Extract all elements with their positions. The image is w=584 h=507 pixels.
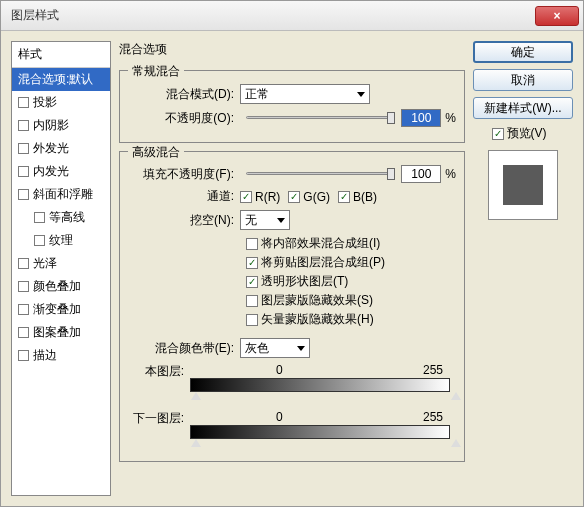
knockout-label: 挖空(N): <box>128 212 240 229</box>
this-white-value: 255 <box>423 363 443 377</box>
checkbox-icon <box>246 314 258 326</box>
checkbox-icon[interactable] <box>34 235 45 246</box>
checkbox-icon[interactable] <box>18 304 29 315</box>
styles-header: 样式 <box>12 42 110 68</box>
fill-opacity-slider[interactable] <box>246 165 395 183</box>
legend-advanced: 高级混合 <box>128 144 184 161</box>
channel-b[interactable]: ✓B(B) <box>338 190 377 204</box>
opt-layer-mask-hide[interactable]: 图层蒙版隐藏效果(S) <box>246 292 456 309</box>
style-pattern-overlay[interactable]: 图案叠加 <box>12 321 110 344</box>
this-layer-gradient[interactable] <box>190 378 450 392</box>
blend-if-label: 混合颜色带(E): <box>128 340 240 357</box>
checkbox-checked-icon: ✓ <box>240 191 252 203</box>
opt-interior-effects[interactable]: 将内部效果混合成组(I) <box>246 235 456 252</box>
cancel-button[interactable]: 取消 <box>473 69 573 91</box>
style-inner-glow[interactable]: 内发光 <box>12 160 110 183</box>
style-stroke[interactable]: 描边 <box>12 344 110 367</box>
titlebar: 图层样式 × <box>1 1 583 31</box>
checkbox-checked-icon: ✓ <box>246 276 258 288</box>
under-white-value: 255 <box>423 410 443 424</box>
styles-panel: 样式 混合选项:默认 投影 内阴影 外发光 内发光 斜面和浮雕 等高线 纹理 光… <box>11 41 111 496</box>
preview-box <box>488 150 558 220</box>
opacity-label: 不透明度(O): <box>128 110 240 127</box>
channel-label: 通道: <box>128 188 240 205</box>
window-title: 图层样式 <box>11 7 535 24</box>
preview-swatch <box>503 165 543 205</box>
legend-normal: 常规混合 <box>128 63 184 80</box>
preview-toggle[interactable]: ✓预览(V) <box>492 125 547 142</box>
fill-opacity-label: 填充不透明度(F): <box>128 166 240 183</box>
main-panel: 混合选项 常规混合 混合模式(D): 正常 不透明度(O): 100 % 高级混 <box>119 41 465 496</box>
fieldset-advanced-blend: 高级混合 填充不透明度(F): 100 % 通道: ✓R(R) ✓G(G) ✓B… <box>119 151 465 462</box>
checkbox-icon[interactable] <box>34 212 45 223</box>
blend-if-select[interactable]: 灰色 <box>240 338 310 358</box>
style-inner-shadow[interactable]: 内阴影 <box>12 114 110 137</box>
opacity-slider[interactable] <box>246 109 395 127</box>
style-gradient-overlay[interactable]: 渐变叠加 <box>12 298 110 321</box>
style-drop-shadow[interactable]: 投影 <box>12 91 110 114</box>
checkbox-icon[interactable] <box>18 143 29 154</box>
slider-thumb-icon[interactable] <box>191 439 201 447</box>
underlying-layer-markers[interactable] <box>196 439 456 451</box>
slider-thumb-icon[interactable] <box>451 439 461 447</box>
style-contour[interactable]: 等高线 <box>12 206 110 229</box>
style-outer-glow[interactable]: 外发光 <box>12 137 110 160</box>
style-blending-options[interactable]: 混合选项:默认 <box>12 68 110 91</box>
this-layer-markers[interactable] <box>196 392 456 404</box>
checkbox-checked-icon: ✓ <box>492 128 504 140</box>
checkbox-icon[interactable] <box>18 97 29 108</box>
slider-thumb-icon[interactable] <box>451 392 461 400</box>
opt-vector-mask-hide[interactable]: 矢量蒙版隐藏效果(H) <box>246 311 456 328</box>
under-black-value: 0 <box>276 410 283 424</box>
checkbox-checked-icon: ✓ <box>338 191 350 203</box>
channel-g[interactable]: ✓G(G) <box>288 190 330 204</box>
checkbox-icon[interactable] <box>18 281 29 292</box>
new-style-button[interactable]: 新建样式(W)... <box>473 97 573 119</box>
fill-opacity-value[interactable]: 100 <box>401 165 441 183</box>
checkbox-checked-icon: ✓ <box>288 191 300 203</box>
ok-button[interactable]: 确定 <box>473 41 573 63</box>
opt-transparency-shapes[interactable]: ✓透明形状图层(T) <box>246 273 456 290</box>
checkbox-icon <box>246 238 258 250</box>
this-black-value: 0 <box>276 363 283 377</box>
slider-thumb-icon[interactable] <box>191 392 201 400</box>
blending-options-title: 混合选项 <box>119 42 167 56</box>
style-bevel[interactable]: 斜面和浮雕 <box>12 183 110 206</box>
checkbox-icon[interactable] <box>18 350 29 361</box>
style-color-overlay[interactable]: 颜色叠加 <box>12 275 110 298</box>
opacity-value[interactable]: 100 <box>401 109 441 127</box>
close-button[interactable]: × <box>535 6 579 26</box>
underlying-layer-gradient[interactable] <box>190 425 450 439</box>
checkbox-icon[interactable] <box>18 120 29 131</box>
underlying-layer-label: 下一图层: <box>128 410 190 427</box>
chevron-down-icon <box>297 346 305 351</box>
chevron-down-icon <box>357 92 365 97</box>
pct-label: % <box>445 167 456 181</box>
checkbox-icon[interactable] <box>18 166 29 177</box>
pct-label: % <box>445 111 456 125</box>
checkbox-checked-icon: ✓ <box>246 257 258 269</box>
blend-mode-label: 混合模式(D): <box>128 86 240 103</box>
blend-mode-select[interactable]: 正常 <box>240 84 370 104</box>
opt-clipped-layers[interactable]: ✓将剪贴图层混合成组(P) <box>246 254 456 271</box>
style-satin[interactable]: 光泽 <box>12 252 110 275</box>
checkbox-icon[interactable] <box>18 189 29 200</box>
style-texture[interactable]: 纹理 <box>12 229 110 252</box>
checkbox-icon[interactable] <box>18 258 29 269</box>
fieldset-normal-blend: 常规混合 混合模式(D): 正常 不透明度(O): 100 % <box>119 70 465 143</box>
channel-r[interactable]: ✓R(R) <box>240 190 280 204</box>
knockout-select[interactable]: 无 <box>240 210 290 230</box>
checkbox-icon <box>246 295 258 307</box>
right-panel: 确定 取消 新建样式(W)... ✓预览(V) <box>473 41 573 496</box>
this-layer-label: 本图层: <box>128 363 190 380</box>
chevron-down-icon <box>277 218 285 223</box>
checkbox-icon[interactable] <box>18 327 29 338</box>
